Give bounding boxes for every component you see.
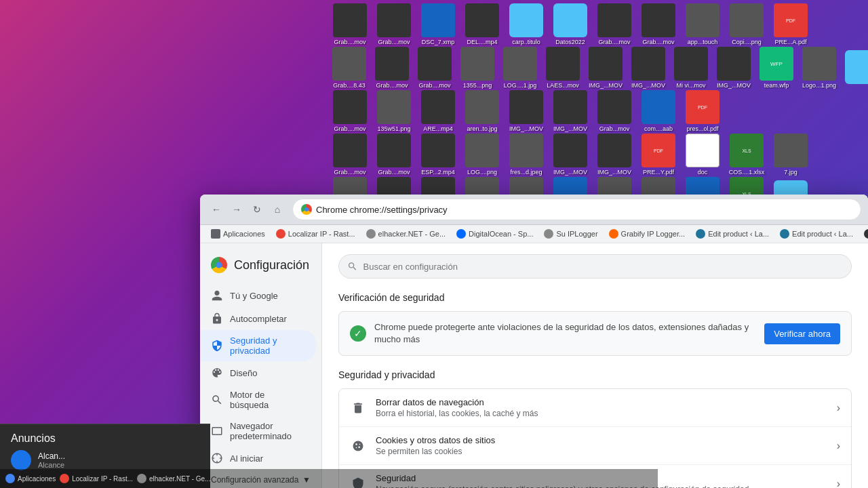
file-row: Grab....8.43 Grab....mov Grab....mov 135… xyxy=(329,47,865,89)
sidebar-item-diseno[interactable]: Diseño xyxy=(200,361,316,384)
site-icon xyxy=(366,229,376,239)
file-item[interactable]: 135w51.png xyxy=(373,90,415,132)
bookmark-iplogger[interactable]: Su IPLogger xyxy=(540,228,601,240)
file-item[interactable]: XLSCOS....1.xlsx xyxy=(726,134,768,176)
bookmark-edit2[interactable]: Edit product ‹ La... xyxy=(776,228,857,240)
file-item[interactable]: LOG....1.jpg xyxy=(500,47,540,89)
file-item[interactable]: IMG_...MOV xyxy=(505,90,547,132)
search-input[interactable] xyxy=(363,262,843,272)
file-item[interactable]: IMG_...MOV xyxy=(549,134,591,176)
file-item[interactable]: 7.jpg xyxy=(770,134,812,176)
file-item[interactable]: PDFPRE...Y.pdf xyxy=(637,134,679,176)
privacy-item-borrar-desc: Borra el historial, las cookies, la cach… xyxy=(376,409,827,418)
anuncios-subtitle: Alcan... xyxy=(38,451,65,461)
file-item[interactable]: Grab....mov xyxy=(593,3,635,45)
privacy-item-cookies[interactable]: Cookies y otros datos de sitios Se permi… xyxy=(339,427,851,465)
browser-window: ← → ↻ ⌂ Chrome chrome://settings/privacy… xyxy=(200,195,868,488)
file-item[interactable]: IMG_...MOV xyxy=(549,90,591,132)
taskbar-item[interactable]: Aplicaciones xyxy=(5,474,56,483)
file-item[interactable]: Logo...1.png xyxy=(799,47,840,89)
privacy-section-title: Seguridad y privacidad xyxy=(338,369,852,380)
back-button[interactable]: ← xyxy=(207,200,226,219)
bookmark-digitalocean[interactable]: DigitalOcean - Sp... xyxy=(452,228,537,240)
file-item[interactable]: Datos2022 xyxy=(549,3,591,45)
sidebar-item-motor[interactable]: Motor de búsqueda xyxy=(200,384,316,415)
file-item[interactable]: Grab....mov xyxy=(373,3,415,45)
sidebar-item-autocompletar[interactable]: Autocompletar xyxy=(200,307,316,330)
settings-main: Verificación de seguridad ✓ Chrome puede… xyxy=(322,243,868,488)
bookmark-grabify[interactable]: Grabify IP Logger... xyxy=(605,228,690,240)
file-item[interactable]: IMG_...MOV xyxy=(628,47,669,89)
sidebar-item-navegador[interactable]: Navegador predeterminado xyxy=(200,415,316,447)
location-icon xyxy=(276,229,285,239)
file-item[interactable]: PDFpres...ol.pdf xyxy=(682,90,724,132)
file-item[interactable]: fres...d.jpeg xyxy=(505,134,547,176)
file-item[interactable]: Grab....8.43 xyxy=(329,47,370,89)
file-item[interactable]: Grab....mov xyxy=(329,90,371,132)
security-check-card: ✓ Chrome puede protegerte ante violacion… xyxy=(338,311,852,356)
home-button[interactable]: ⌂ xyxy=(268,200,287,219)
file-item[interactable]: IMG_...MOV xyxy=(713,47,754,89)
file-item[interactable]: IMG_...MOV xyxy=(593,134,635,176)
chevron-right-icon: › xyxy=(837,440,840,452)
browser-toolbar: ← → ↻ ⌂ Chrome chrome://settings/privacy xyxy=(200,195,868,225)
file-item[interactable]: ARE...mp4 xyxy=(417,90,459,132)
bookmark-localizar[interactable]: Localizar IP - Rast... xyxy=(272,228,359,240)
file-row: Grab....mov Grab....mov DSC_7.xmp DEL...… xyxy=(329,3,865,45)
site-icon xyxy=(864,229,868,239)
search-bar[interactable] xyxy=(338,254,852,279)
file-item[interactable]: doc xyxy=(682,134,724,176)
anuncios-icon xyxy=(11,450,31,470)
file-item[interactable]: Grab....mov xyxy=(329,134,371,176)
bookmark-elhacker[interactable]: elhacker.NET - Ge... xyxy=(362,228,450,240)
taskbar-item[interactable]: elhacker.NET - Ge... xyxy=(137,474,210,483)
taskbar-icon xyxy=(60,474,69,483)
sidebar-item-tu-y-google[interactable]: Tú y Google xyxy=(200,284,316,307)
trash-icon xyxy=(350,400,366,416)
file-item[interactable]: carp..titulo xyxy=(505,3,547,45)
file-item[interactable]: LAES...mov xyxy=(542,47,583,89)
file-item[interactable]: DEL....mp4 xyxy=(461,3,503,45)
reload-button[interactable]: ↻ xyxy=(248,200,267,219)
settings-title: Configuración xyxy=(234,258,309,272)
file-item[interactable]: Grab...mov xyxy=(593,90,635,132)
address-bar[interactable]: Chrome chrome://settings/privacy xyxy=(292,199,861,220)
file-item[interactable]: Grab....mov xyxy=(414,47,455,89)
file-item[interactable]: DSC_7.xmp xyxy=(417,3,459,45)
file-item[interactable]: IMG_...MOV xyxy=(585,47,626,89)
bookmark-edit1[interactable]: Edit product ‹ La... xyxy=(692,228,773,240)
file-item[interactable]: WFP team.wfp xyxy=(756,47,797,89)
file-item[interactable] xyxy=(842,50,868,85)
security-check-description: Chrome puede protegerte ante violaciones… xyxy=(374,321,756,346)
sidebar-header: Configuración xyxy=(200,251,321,284)
bookmark-blasze[interactable]: Blasze IP Logger xyxy=(860,228,868,240)
file-item[interactable]: Mi vi...mov xyxy=(671,47,711,89)
file-item[interactable]: Grab....mov xyxy=(329,3,371,45)
file-item[interactable]: Copi....png xyxy=(726,3,768,45)
file-item[interactable]: Grab....mov xyxy=(373,134,415,176)
chrome-logo-small-icon xyxy=(301,204,312,215)
file-item[interactable]: aren..to.jpg xyxy=(461,90,503,132)
file-item[interactable]: PDFPRE...A.pdf xyxy=(770,3,812,45)
sidebar-item-seguridad[interactable]: Seguridad y privacidad xyxy=(200,330,316,361)
file-item[interactable]: app...touch xyxy=(682,3,724,45)
taskbar-item[interactable]: Localizar IP - Rast... xyxy=(60,474,133,483)
sidebar-item-al-iniciar[interactable]: Al iniciar xyxy=(200,447,316,470)
privacy-item-borrar-title: Borrar datos de navegación xyxy=(376,397,827,407)
file-item[interactable]: LOG....png xyxy=(461,134,503,176)
file-item[interactable]: com....aab xyxy=(637,90,679,132)
sidebar-label-diseno: Diseño xyxy=(230,368,257,378)
shield-icon xyxy=(211,340,223,352)
bookmark-aplicaciones[interactable]: Aplicaciones xyxy=(207,228,269,240)
forward-button[interactable]: → xyxy=(227,200,246,219)
file-item[interactable]: 1355...png xyxy=(457,47,498,89)
verify-now-button[interactable]: Verificar ahora xyxy=(764,323,840,344)
sidebar-label-navegador: Navegador predeterminado xyxy=(230,421,305,441)
file-item[interactable]: Grab....mov xyxy=(372,47,412,89)
file-item[interactable]: Grab....mov xyxy=(637,3,679,45)
file-row: Grab....mov 135w51.png ARE...mp4 aren..t… xyxy=(329,90,865,132)
privacy-item-borrar[interactable]: Borrar datos de navegación Borra el hist… xyxy=(339,389,851,427)
sidebar-label-autocompletar: Autocompletar xyxy=(230,314,287,324)
file-item[interactable]: ESP...2.mp4 xyxy=(417,134,459,176)
cookie-icon xyxy=(350,438,366,454)
